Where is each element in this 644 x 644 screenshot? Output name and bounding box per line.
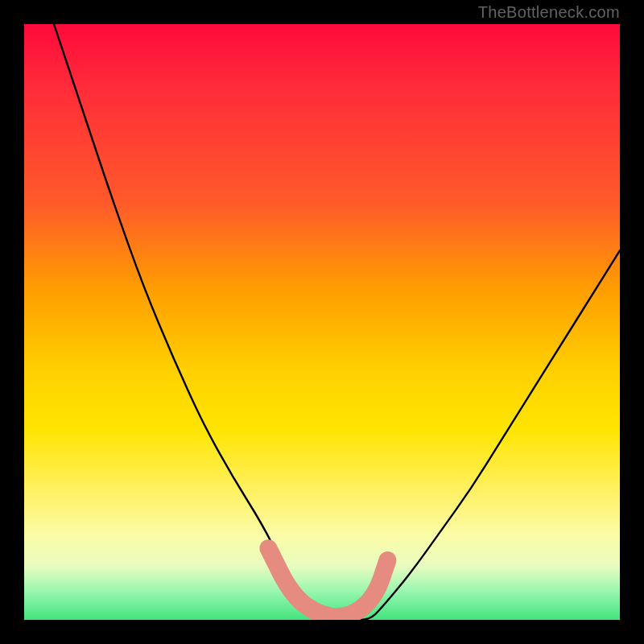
plot-area xyxy=(24,24,620,620)
curve-svg xyxy=(24,24,620,620)
bottleneck-curve xyxy=(54,24,620,620)
outer-frame: TheBottleneck.com xyxy=(0,0,644,644)
watermark-text: TheBottleneck.com xyxy=(478,3,620,22)
ideal-range-highlight xyxy=(268,548,387,617)
